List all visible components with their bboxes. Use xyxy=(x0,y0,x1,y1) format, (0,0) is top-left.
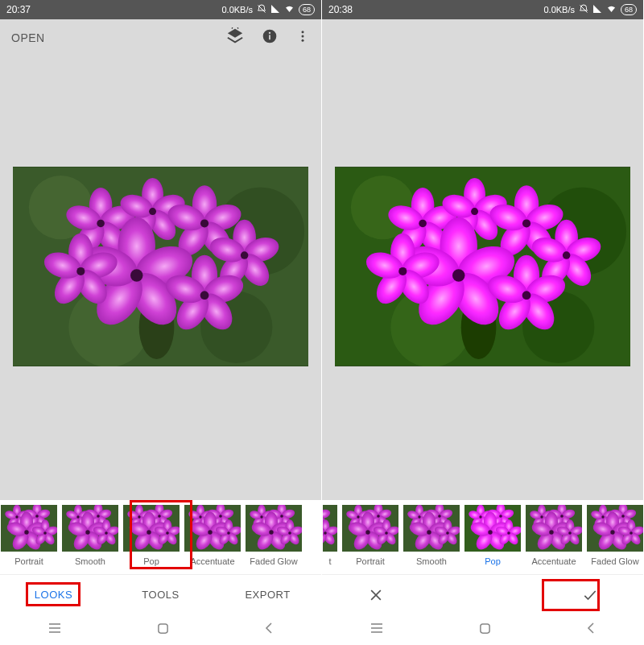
svg-point-16 xyxy=(302,31,304,33)
nav-recents-icon[interactable] xyxy=(369,622,384,637)
svg-point-18 xyxy=(302,39,304,42)
nav-back-icon[interactable] xyxy=(586,622,596,638)
nav-bar xyxy=(322,614,643,645)
dnd-icon xyxy=(257,4,266,15)
thumb-partial[interactable]: t xyxy=(322,500,338,574)
wifi-icon xyxy=(284,4,295,15)
battery-icon: 68 xyxy=(621,4,637,15)
looks-thumbnails: t Portrait Smooth Pop Accentuate Faded G… xyxy=(322,500,643,574)
main-image[interactable] xyxy=(13,167,308,366)
status-time: 20:37 xyxy=(6,4,31,15)
status-time: 20:38 xyxy=(328,4,353,15)
main-image[interactable] xyxy=(335,167,630,366)
bottom-actions xyxy=(322,574,643,614)
nav-back-icon[interactable] xyxy=(264,622,274,638)
thumb-accentuate[interactable]: Accentuate xyxy=(184,500,242,574)
svg-rect-22 xyxy=(159,623,167,632)
battery-icon: 68 xyxy=(299,4,315,15)
open-button[interactable]: OPEN xyxy=(11,31,45,44)
thumb-pop[interactable]: Pop xyxy=(122,500,180,574)
svg-rect-14 xyxy=(269,35,270,39)
status-bar: 20:38 0.0KB/s 68 xyxy=(322,0,643,19)
thumb-portrait[interactable]: Portrait xyxy=(0,500,58,574)
svg-point-15 xyxy=(269,32,270,34)
tab-tools[interactable]: TOOLS xyxy=(107,589,214,601)
svg-rect-28 xyxy=(481,623,489,632)
tab-export[interactable]: EXPORT xyxy=(214,589,321,601)
layers-icon[interactable] xyxy=(226,27,244,48)
nav-bar xyxy=(0,614,321,645)
looks-thumbnails: Portrait Smooth Pop Accentuate Faded Glo… xyxy=(0,500,321,574)
nav-recents-icon[interactable] xyxy=(47,622,62,637)
status-bar: 20:37 0.0KB/s 68 xyxy=(0,0,321,19)
confirm-button[interactable] xyxy=(566,579,614,611)
nav-home-icon[interactable] xyxy=(479,622,491,638)
signal-icon xyxy=(270,4,280,15)
thumb-portrait[interactable]: Portrait xyxy=(341,500,399,574)
thumb-accentuate[interactable]: Accentuate xyxy=(525,500,583,574)
thumb-pop[interactable]: Pop xyxy=(464,500,522,574)
nav-home-icon[interactable] xyxy=(157,622,169,638)
dnd-icon xyxy=(579,4,588,15)
cancel-button[interactable] xyxy=(352,579,400,611)
thumb-faded-glow[interactable]: Faded Glow xyxy=(245,500,303,574)
thumb-faded-glow[interactable]: Faded Glow xyxy=(586,500,643,574)
left-screen: 20:37 0.0KB/s 68 OPEN xyxy=(0,0,322,645)
wifi-icon xyxy=(606,4,617,15)
svg-point-17 xyxy=(302,35,304,38)
info-icon[interactable] xyxy=(262,28,278,48)
tab-looks[interactable]: LOOKS xyxy=(0,589,107,601)
more-icon[interactable] xyxy=(295,28,310,48)
bottom-tabs: LOOKS TOOLS EXPORT xyxy=(0,574,321,614)
signal-icon xyxy=(592,4,602,15)
status-net: 0.0KB/s xyxy=(543,5,575,14)
thumb-smooth[interactable]: Smooth xyxy=(402,500,460,574)
status-net: 0.0KB/s xyxy=(221,5,253,14)
thumb-smooth[interactable]: Smooth xyxy=(61,500,119,574)
top-toolbar: OPEN xyxy=(0,19,321,56)
right-screen: 20:38 0.0KB/s 68 t Portrait xyxy=(322,0,644,645)
